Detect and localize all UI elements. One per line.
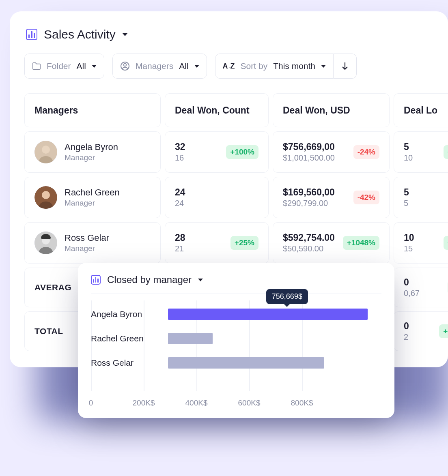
overlay-title-row[interactable]: Closed by manager — [91, 274, 381, 294]
delta-badge: -24% — [353, 145, 379, 159]
sort-az-icon: A↓Z — [223, 62, 235, 71]
closed-by-manager-card: Closed by manager 756,669$ Angela ByronR… — [78, 263, 394, 418]
folder-filter-label: Folder — [47, 61, 71, 71]
delta-badge: +1048% — [343, 236, 379, 250]
bar[interactable] — [168, 333, 213, 344]
svg-point-3 — [42, 146, 50, 154]
table-row[interactable]: Ross GelarManager — [24, 222, 161, 264]
manager-name: Ross Gelar — [65, 233, 109, 243]
bar[interactable] — [168, 309, 368, 320]
col-managers: Managers — [24, 93, 161, 127]
sort-direction-button[interactable] — [334, 54, 357, 79]
delta-badge: +100% — [226, 145, 258, 159]
sort-filter-label: Sort by — [241, 61, 268, 71]
title-row[interactable]: Sales Activity — [24, 28, 437, 41]
lost-prev: 10 — [404, 153, 413, 163]
delta-badge: +100 — [439, 324, 448, 338]
average-label: AVERAG — [34, 283, 71, 292]
lost-prev: 0,67 — [404, 289, 420, 298]
bar-label: Rachel Green — [91, 334, 164, 343]
chevron-down-icon — [92, 65, 97, 68]
folder-filter-value: All — [77, 61, 86, 71]
metric-cell: 3216 +100% — [165, 131, 269, 173]
person-icon — [120, 61, 130, 71]
arrow-down-icon — [341, 62, 349, 71]
lost-current: 5 — [404, 142, 413, 152]
sort-filter-value: This month — [273, 61, 315, 71]
metric-cell: $592,754.00$50,590.00 +1048% — [273, 222, 390, 264]
bar-chart-icon — [26, 29, 37, 40]
managers-filter-value: All — [179, 61, 188, 71]
chevron-down-icon — [198, 279, 203, 281]
svg-point-5 — [42, 191, 50, 199]
table-row[interactable]: Angela ByronManager — [24, 131, 161, 173]
chevron-down-icon — [194, 65, 199, 68]
count-prev: 16 — [175, 153, 185, 163]
x-axis: 0200K$400K$600K$800K$ — [91, 399, 381, 408]
delta-badge: +25% — [230, 236, 258, 250]
avatar — [34, 186, 57, 209]
metric-cell: 2424 — [165, 177, 269, 218]
x-tick-label: 0 — [89, 399, 93, 407]
x-tick-label: 400K$ — [185, 399, 208, 407]
bar-label: Ross Gelar — [91, 358, 164, 368]
col-deal-won-usd: Deal Won, USD — [273, 93, 390, 127]
usd-prev: $290,799.00 — [283, 199, 335, 208]
lost-current: 10 — [404, 232, 414, 243]
metric-cell: 1015 +33 — [394, 222, 448, 264]
chevron-down-icon — [321, 65, 326, 68]
lost-current: 0 — [404, 277, 420, 288]
metric-cell: 00,67 +1 — [394, 268, 448, 307]
sort-group: A↓Z Sort by This month — [215, 54, 357, 79]
managers-filter[interactable]: Managers All — [112, 54, 207, 79]
chevron-down-icon — [122, 33, 128, 36]
metric-cell: 510 +10 — [394, 131, 448, 173]
manager-name: Rachel Green — [65, 187, 120, 198]
bar-label: Angela Byron — [91, 309, 164, 319]
manager-name: Angela Byron — [65, 142, 118, 152]
bar-chart: 756,669$ Angela ByronRachel GreenRoss Ge… — [91, 302, 381, 395]
count-prev: 21 — [175, 244, 185, 253]
usd-current: $592,754.00 — [283, 232, 335, 243]
lost-current: 0 — [404, 321, 409, 332]
folder-filter[interactable]: Folder All — [24, 54, 104, 79]
metric-cell: $169,560,00$290,799.00 -42% — [273, 177, 390, 218]
lost-current: 5 — [404, 187, 409, 198]
col-deal-lost: Deal Lo — [394, 93, 448, 127]
usd-prev: $50,590.00 — [283, 244, 335, 253]
svg-point-1 — [124, 64, 126, 66]
usd-prev: $1,001,500.00 — [283, 153, 335, 163]
count-current: 24 — [175, 187, 185, 198]
x-tick-label: 600K$ — [238, 399, 261, 407]
delta-badge: +33 — [444, 236, 448, 250]
bar[interactable] — [168, 357, 324, 369]
avatar — [34, 141, 57, 163]
table-row[interactable]: Rachel GreenManager — [24, 177, 161, 218]
lost-prev: 5 — [404, 199, 409, 208]
x-tick-label: 200K$ — [133, 399, 155, 407]
bar-row: Ross Gelar — [168, 351, 381, 375]
usd-current: $756,669,00 — [283, 142, 335, 152]
delta-badge: +10 — [444, 145, 448, 159]
manager-role: Manager — [65, 153, 118, 162]
metric-cell: 02 +100 — [394, 311, 448, 351]
page-title: Sales Activity — [44, 28, 116, 41]
x-tick-label: 800K$ — [291, 399, 313, 407]
managers-filter-label: Managers — [136, 61, 173, 71]
metric-cell: $756,669,00$1,001,500.00 -24% — [273, 131, 390, 173]
overlay-title: Closed by manager — [107, 274, 192, 285]
folder-icon — [32, 62, 41, 70]
col-deal-won-count: Deal Won, Count — [165, 93, 269, 127]
bar-row: Rachel Green — [168, 326, 381, 351]
manager-role: Manager — [65, 244, 109, 253]
metric-cell: 55 — [394, 177, 448, 218]
bar-row: Angela Byron — [168, 302, 381, 326]
usd-current: $169,560,00 — [283, 187, 335, 198]
manager-role: Manager — [65, 199, 120, 208]
count-current: 28 — [175, 232, 185, 243]
delta-badge: -42% — [353, 191, 379, 204]
filters-row: Folder All Managers All A↓Z Sort by This… — [24, 54, 437, 79]
sort-filter[interactable]: A↓Z Sort by This month — [215, 54, 334, 79]
count-current: 32 — [175, 142, 185, 152]
bar-chart-icon — [91, 275, 101, 285]
